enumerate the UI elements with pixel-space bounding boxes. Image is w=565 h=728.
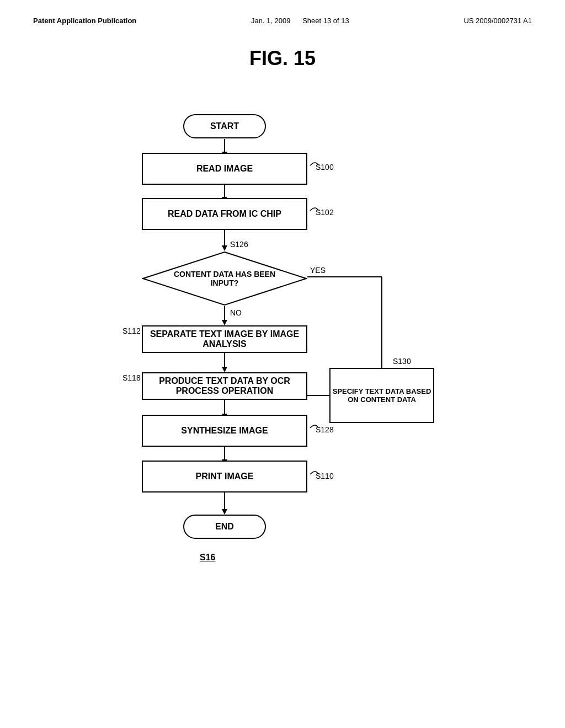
flowchart: START READ IMAGE S100 READ DATA FROM IC … [89, 98, 476, 622]
page-header: Patent Application Publication Jan. 1, 2… [33, 17, 532, 25]
page: Patent Application Publication Jan. 1, 2… [0, 0, 565, 728]
read-image-box: READ IMAGE [142, 153, 307, 185]
svg-marker-7 [222, 320, 227, 325]
read-data-box: READ DATA FROM IC CHIP [142, 198, 307, 230]
svg-marker-5 [222, 245, 227, 251]
decision-diamond: CONTENT DATA HAS BEEN INPUT? [142, 251, 307, 306]
s130-label: S130 [393, 357, 411, 366]
s118-label: S118 [122, 373, 141, 382]
produce-text-box: PRODUCE TEXT DATA BY OCR PROCESS OPERATI… [142, 372, 307, 400]
synthesize-image-box: SYNTHESIZE IMAGE [142, 415, 307, 447]
specify-text-box: SPECIFY TEXT DATA BASED ON CONTENT DATA [329, 368, 434, 423]
end-node: END [183, 515, 266, 539]
header-date: Jan. 1, 2009 Sheet 13 of 13 [251, 17, 349, 25]
separate-text-box: SEPARATE TEXT IMAGE BY IMAGE ANALYSIS [142, 325, 307, 353]
decision-text: CONTENT DATA HAS BEEN INPUT? [169, 270, 280, 287]
svg-marker-15 [222, 509, 227, 515]
no-label: NO [230, 308, 242, 317]
start-node: START [183, 114, 266, 138]
svg-marker-9 [222, 367, 227, 372]
s126-label: S126 [230, 240, 248, 249]
print-image-box: PRINT IMAGE [142, 461, 307, 493]
yes-label: YES [310, 266, 326, 275]
figure-title: FIG. 15 [33, 47, 532, 70]
header-publication-label: Patent Application Publication [33, 17, 136, 25]
s16-label: S16 [200, 553, 215, 563]
header-patent-number: US 2009/0002731 A1 [463, 17, 532, 25]
s112-label: S112 [122, 326, 141, 335]
